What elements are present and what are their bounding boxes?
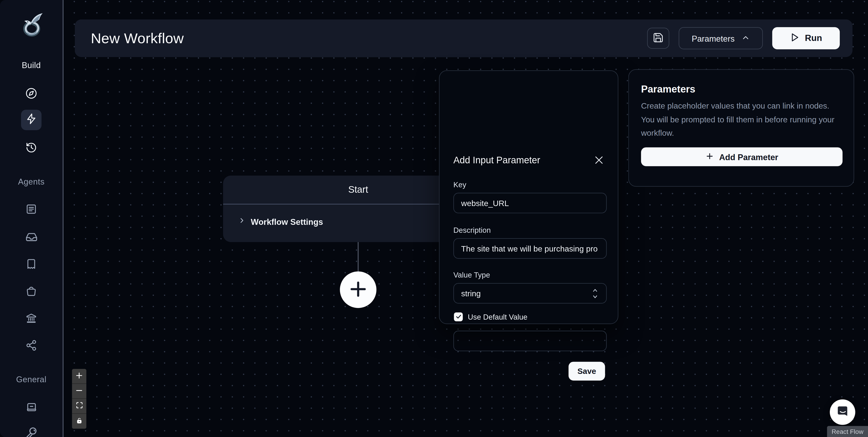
key-input[interactable]: [454, 193, 607, 213]
workflow-canvas[interactable]: New Workflow Parameters: [64, 0, 868, 437]
inbox-icon: [25, 231, 37, 243]
value-type-select[interactable]: string: [454, 283, 607, 303]
zoom-in-button[interactable]: [72, 369, 86, 384]
lock-toggle-button[interactable]: [72, 414, 86, 429]
fit-view-icon: [75, 402, 83, 411]
shopping-bag-icon: [26, 285, 37, 297]
sidebar-item-receipts[interactable]: [0, 258, 63, 270]
section-label-agents: Agents: [0, 177, 63, 186]
unlock-icon: [75, 417, 83, 426]
parameters-button-label: Parameters: [692, 33, 735, 43]
plus-icon: [348, 279, 369, 301]
key-icon: [25, 427, 38, 437]
sidebar-item-workflows[interactable]: [21, 110, 41, 130]
value-type-label: Value Type: [454, 271, 490, 279]
sidebar-item-devices[interactable]: [0, 401, 63, 413]
parameters-panel: Parameters Create placeholder values tha…: [628, 69, 854, 186]
dragon-logo[interactable]: [20, 12, 44, 39]
edge-connector: [358, 242, 359, 276]
modal-title: Add Input Parameter: [454, 155, 540, 166]
sidebar-item-explore[interactable]: [0, 88, 63, 99]
key-label: Key: [454, 180, 466, 189]
run-button-label: Run: [805, 33, 822, 43]
chat-bubble-icon: [836, 404, 849, 420]
zap-icon: [26, 113, 37, 127]
use-default-value-label: Use Default Value: [468, 313, 527, 321]
add-input-parameter-modal: Add Input Parameter Key Description Valu…: [439, 70, 618, 324]
workflow-header: New Workflow Parameters: [75, 20, 852, 57]
play-icon: [790, 32, 800, 44]
run-button[interactable]: Run: [772, 27, 840, 49]
add-parameter-button[interactable]: Add Parameter: [641, 147, 842, 166]
description-label: Description: [454, 226, 491, 234]
flow-controls: [72, 369, 86, 429]
chevrons-up-down-icon: [591, 288, 599, 301]
section-label-general: General: [0, 375, 63, 384]
zoom-in-icon: [75, 371, 83, 381]
parameters-panel-title: Parameters: [641, 84, 695, 95]
plus-icon: [705, 151, 714, 162]
zoom-out-button[interactable]: [72, 384, 86, 399]
save-icon: [653, 32, 664, 45]
close-icon[interactable]: [593, 154, 604, 166]
laptop-icon: [25, 401, 37, 413]
attribution-label: React Flow: [832, 428, 864, 435]
workflow-settings-toggle[interactable]: Workflow Settings: [238, 217, 323, 227]
section-label-build: Build: [0, 60, 63, 70]
parameters-toggle-button[interactable]: Parameters: [679, 27, 763, 49]
sidebar-item-finance[interactable]: [0, 312, 63, 324]
app-root: Build: [0, 0, 868, 437]
save-button[interactable]: [647, 28, 670, 49]
sidebar-item-keys[interactable]: [0, 427, 63, 437]
chat-launcher-button[interactable]: [830, 400, 855, 425]
sidebar-item-notes[interactable]: [0, 203, 63, 215]
bank-icon: [26, 312, 37, 324]
sidebar-item-shop[interactable]: [0, 285, 63, 297]
workflow-settings-label: Workflow Settings: [251, 217, 323, 226]
page-title: New Workflow: [91, 30, 184, 47]
chevron-right-icon: [238, 217, 246, 227]
value-type-selected: string: [461, 289, 481, 298]
parameters-panel-description: Create placeholder values that you can l…: [641, 99, 844, 140]
chevron-up-icon: [741, 33, 750, 43]
zoom-out-icon: [75, 386, 83, 396]
use-default-checkbox[interactable]: [454, 312, 463, 321]
document-icon: [26, 203, 37, 215]
sidebar-item-inbox[interactable]: [0, 231, 63, 243]
history-icon: [26, 142, 37, 153]
share-icon: [26, 340, 37, 351]
description-input[interactable]: [454, 238, 607, 259]
sidebar-item-history[interactable]: [0, 142, 63, 153]
save-parameter-button[interactable]: Save: [568, 362, 605, 380]
use-default-value-row[interactable]: Use Default Value: [454, 312, 527, 321]
receipt-icon: [26, 258, 37, 270]
default-value-input[interactable]: [454, 331, 607, 351]
add-node-button[interactable]: [340, 271, 377, 308]
add-parameter-label: Add Parameter: [719, 152, 778, 162]
compass-icon: [26, 88, 37, 99]
check-icon: [455, 312, 461, 322]
react-flow-attribution[interactable]: React Flow: [827, 426, 868, 437]
sidebar-item-integrations[interactable]: [0, 340, 63, 351]
sidebar: Build: [0, 0, 64, 437]
fit-view-button[interactable]: [72, 399, 86, 414]
